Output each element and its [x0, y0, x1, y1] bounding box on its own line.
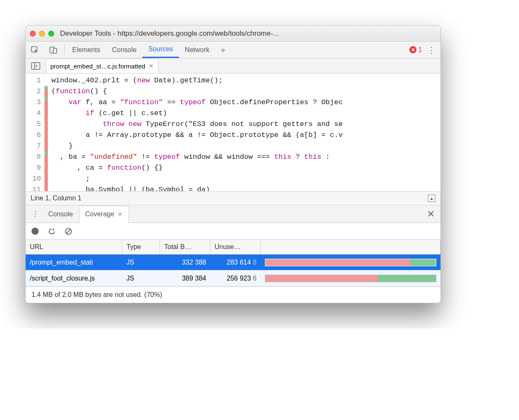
error-count: 1 [418, 46, 422, 54]
line-number-gutter: 1234567891011 [26, 74, 45, 191]
error-icon: ✕ [409, 46, 417, 53]
window-title: Developer Tools - https://developers.goo… [60, 29, 279, 38]
coverage-table: URL Type Total B… Unuse… /prompt_embed_s… [26, 240, 440, 286]
coverage-cell-type: JS [122, 275, 160, 282]
coverage-cell-bar [261, 259, 440, 266]
file-tab[interactable]: prompt_embed_st…c.js:formatted ✕ [46, 58, 158, 73]
coverage-toolbar [26, 223, 440, 240]
coverage-cell-url: /prompt_embed_stati [26, 259, 122, 266]
zoom-window-button[interactable] [48, 31, 54, 37]
svg-rect-0 [31, 47, 37, 52]
col-header-bar [261, 240, 440, 254]
coverage-cell-url: /script_foot_closure.js [26, 275, 122, 282]
code-content: window._402.prlt = (new Date).getTime();… [48, 74, 343, 191]
drawer-tab-bar: ⋮ Console Coverage ✕ ✕ [26, 205, 440, 223]
coverage-cell-type: JS [122, 259, 160, 266]
drawer-menu-icon[interactable]: ⋮ [28, 205, 42, 223]
main-toolbar: Elements Console Sources Network » ✕ 1 ⋮ [26, 42, 440, 58]
tab-sources[interactable]: Sources [142, 42, 179, 58]
coverage-cell-total: 332 388 [160, 259, 210, 266]
settings-menu-icon[interactable]: ⋮ [427, 45, 435, 55]
window-titlebar: Developer Tools - https://developers.goo… [26, 26, 440, 42]
tab-network[interactable]: Network [179, 42, 215, 58]
source-editor[interactable]: 1234567891011 window._402.prlt = (new Da… [26, 74, 440, 191]
device-toolbar-icon[interactable] [44, 42, 63, 58]
coverage-gutter [45, 74, 48, 191]
error-indicator[interactable]: ✕ 1 [409, 46, 422, 54]
svg-rect-2 [53, 48, 57, 53]
tab-elements[interactable]: Elements [66, 42, 106, 58]
close-window-button[interactable] [30, 31, 36, 37]
coverage-row[interactable]: /prompt_embed_statiJS332 388283 614 8 [26, 255, 440, 270]
reload-icon[interactable] [48, 228, 55, 235]
coverage-cell-unused: 283 614 8 [210, 259, 261, 266]
col-header-unused[interactable]: Unuse… [210, 240, 261, 254]
close-drawer-icon[interactable]: ✕ [427, 209, 440, 220]
editor-status-bar: Line 1, Column 1 ▲ [26, 191, 440, 205]
minimize-window-button[interactable] [39, 31, 45, 37]
coverage-summary: 1.4 MB of 2.0 MB bytes are not used. (70… [26, 286, 440, 303]
coverage-table-header: URL Type Total B… Unuse… [26, 240, 440, 255]
coverage-row[interactable]: /script_foot_closure.jsJS389 384256 923 … [26, 270, 440, 286]
tab-console[interactable]: Console [106, 42, 143, 58]
drawer-tab-console[interactable]: Console [42, 205, 79, 223]
svg-line-6 [66, 229, 71, 234]
cursor-position: Line 1, Column 1 [31, 194, 81, 202]
col-header-type[interactable]: Type [122, 240, 160, 254]
coverage-cell-bar [261, 275, 440, 282]
close-file-tab-icon[interactable]: ✕ [149, 63, 154, 69]
navigator-toggle-icon[interactable] [26, 62, 46, 70]
file-tab-name: prompt_embed_st…c.js:formatted [50, 63, 145, 70]
coverage-cell-unused: 256 923 6 [210, 275, 261, 282]
expand-drawer-icon[interactable]: ▲ [428, 194, 435, 202]
drawer-tab-coverage[interactable]: Coverage ✕ [79, 206, 129, 223]
col-header-url[interactable]: URL [26, 240, 122, 254]
toolbar-separator [64, 45, 65, 55]
coverage-cell-total: 389 384 [160, 275, 210, 282]
devtools-window: Developer Tools - https://developers.goo… [25, 25, 441, 303]
record-button-icon[interactable] [31, 228, 39, 235]
close-coverage-tab-icon[interactable]: ✕ [118, 211, 123, 218]
clear-icon[interactable] [65, 228, 72, 235]
col-header-total[interactable]: Total B… [160, 240, 210, 254]
traffic-lights [30, 31, 54, 37]
tabs-overflow-icon[interactable]: » [215, 42, 231, 58]
file-tab-bar: prompt_embed_st…c.js:formatted ✕ [26, 58, 440, 74]
panel-tabs: Elements Console Sources Network » [66, 42, 231, 58]
inspect-element-icon[interactable] [26, 42, 44, 58]
